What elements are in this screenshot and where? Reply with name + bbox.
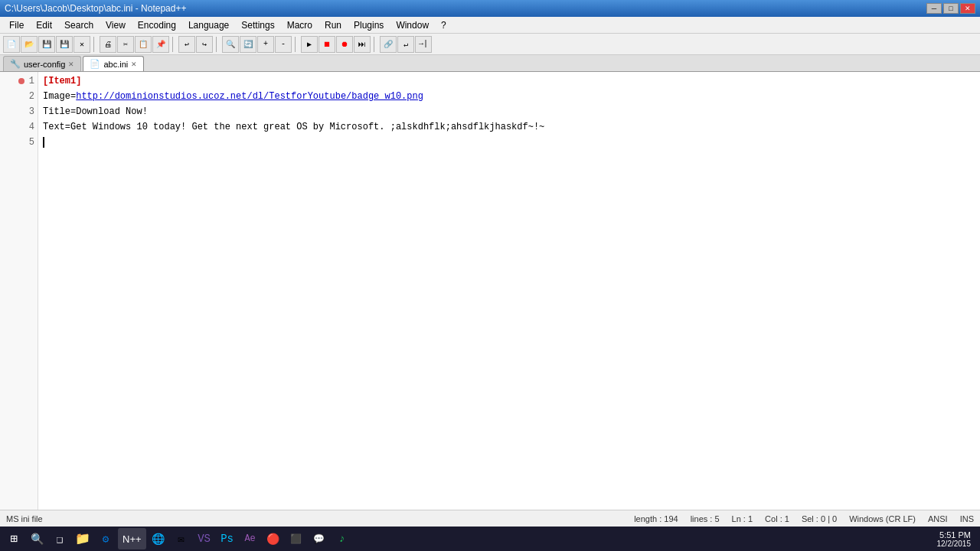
tab-close-user-config[interactable]: ✕ [68, 60, 74, 68]
menu-item-language[interactable]: Language [182, 18, 235, 32]
value-text: Get Windows 10 today! Get the next great… [70, 122, 544, 132]
ln-label: Ln : 1 [732, 514, 753, 523]
value-title: Download Now! [76, 106, 148, 117]
file-type-label: MS ini file [6, 514, 43, 523]
save-all-button[interactable]: 💾 [56, 36, 73, 53]
line-marker-1 [18, 78, 24, 84]
tab-abc-ini[interactable]: 📄 abc.ini ✕ [83, 56, 144, 71]
settings-app[interactable]: ⚙ [95, 528, 116, 549]
mail-app[interactable]: ✉ [171, 528, 192, 549]
length-label: length : 194 [634, 514, 678, 523]
window-buttons: ─ □ ✕ [926, 3, 975, 14]
lines-label: lines : 5 [691, 514, 720, 523]
code-line-4: Text=Get Windows 10 today! Get the next … [43, 119, 975, 135]
code-line-2: Image=http://dominionstudios.ucoz.net/dl… [43, 89, 975, 104]
bracket-close: ] [76, 76, 81, 86]
sync-button[interactable]: 🔗 [380, 36, 397, 53]
col-label: Col : 1 [765, 514, 789, 523]
statusbar-left: MS ini file [6, 514, 43, 523]
cut-button[interactable]: ✂ [117, 36, 134, 53]
menu-item-search[interactable]: Search [58, 18, 100, 32]
browser-app[interactable]: 🌐 [148, 528, 169, 549]
line-num-label-5: 5 [29, 135, 34, 150]
vs-app[interactable]: VS [194, 528, 215, 549]
close-button2[interactable]: ✕ [74, 36, 90, 53]
tabbar: 🔧 user-config ✕ 📄 abc.ini ✕ [0, 55, 980, 72]
menubar: FileEditSearchViewEncodingLanguageSettin… [0, 17, 980, 34]
line-num-2: 2 [3, 89, 34, 104]
menu-item-encoding[interactable]: Encoding [132, 18, 182, 32]
line-num-label-3: 3 [29, 104, 34, 119]
taskbar: ⊞ 🔍 ❑ 📁 ⚙ N++ 🌐 ✉ VS Ps Ae 🔴 ⬛ 💬 ♪ 5:51 … [0, 527, 980, 551]
toolbar-sep-4 [295, 37, 298, 52]
print-button[interactable]: 🖨 [100, 36, 116, 53]
line-num-label-2: 2 [29, 89, 34, 104]
ae-app[interactable]: Ae [240, 528, 261, 549]
copy-button[interactable]: 📋 [135, 36, 152, 53]
menu-item-view[interactable]: View [100, 18, 132, 32]
paste-button[interactable]: 📌 [152, 36, 169, 53]
menu-item-plugins[interactable]: Plugins [348, 18, 390, 32]
task-view-button[interactable]: ❑ [49, 528, 70, 549]
key-title: Title= [43, 106, 76, 117]
indent-button[interactable]: →| [415, 36, 432, 53]
explorer-app[interactable]: 📁 [72, 528, 93, 549]
chrome-app[interactable]: 🔴 [263, 528, 284, 549]
macro-button[interactable]: ⏭ [354, 36, 371, 53]
taskbar-time: 5:51 PM 12/2/2015 [937, 530, 978, 548]
code-line-5 [43, 135, 975, 150]
zoom-out-button[interactable]: - [275, 36, 292, 53]
key-text: Text= [43, 122, 70, 132]
line-num-3: 3 [3, 104, 34, 119]
cursor-placeholder [43, 137, 50, 148]
spotify-app[interactable]: ♪ [332, 528, 353, 549]
menu-item-settings[interactable]: Settings [235, 18, 280, 32]
tab-user-config[interactable]: 🔧 user-config ✕ [3, 56, 81, 71]
tab-close-abc-ini[interactable]: ✕ [131, 60, 137, 68]
search-taskbar-button[interactable]: 🔍 [26, 528, 47, 549]
ins-label: INS [960, 514, 974, 523]
undo-button[interactable]: ↩ [178, 36, 195, 53]
redo-button[interactable]: ↪ [196, 36, 213, 53]
key-image: Image= [43, 91, 76, 102]
find-button[interactable]: 🔍 [222, 36, 239, 53]
menu-item-edit[interactable]: Edit [30, 18, 58, 32]
code-line-3: Title=Download Now! [43, 104, 975, 119]
discord-app[interactable]: 💬 [309, 528, 330, 549]
date-label: 12/2/2015 [937, 540, 972, 548]
maximize-button[interactable]: □ [943, 3, 959, 14]
item-label: Item1 [48, 76, 76, 86]
menu-item-?[interactable]: ? [435, 18, 452, 32]
open-button[interactable]: 📂 [21, 36, 38, 53]
wrap-button[interactable]: ↵ [397, 36, 414, 53]
start-button[interactable]: ⊞ [3, 528, 24, 549]
tab-icon-user-config: 🔧 [10, 59, 21, 69]
sel-label: Sel : 0 | 0 [802, 514, 837, 523]
close-button[interactable]: ✕ [960, 3, 975, 14]
code-area[interactable]: [Item1] Image=http://dominionstudios.uco… [38, 72, 980, 534]
record-button[interactable]: ⏺ [336, 36, 353, 53]
minimize-button[interactable]: ─ [926, 3, 942, 14]
stop-button[interactable]: ⏹ [318, 36, 335, 53]
save-button[interactable]: 💾 [38, 36, 55, 53]
menu-item-macro[interactable]: Macro [281, 18, 318, 32]
tab-icon-abc-ini: 📄 [90, 59, 100, 69]
ps-app[interactable]: Ps [217, 528, 238, 549]
line-ending-label: Windows (CR LF) [849, 514, 916, 523]
toolbar-sep-5 [374, 37, 377, 52]
menu-item-window[interactable]: Window [390, 18, 435, 32]
line-num-5: 5 [3, 135, 34, 150]
run-button[interactable]: ▶ [301, 36, 318, 53]
line-num-1: 1 [3, 73, 34, 89]
toolbar-sep-2 [172, 37, 175, 52]
notepad-app[interactable]: N++ [118, 528, 146, 549]
new-button[interactable]: 📄 [3, 36, 20, 53]
tab-label-user-config: user-config [24, 60, 65, 69]
terminal-app[interactable]: ⬛ [286, 528, 307, 549]
menu-item-file[interactable]: File [3, 18, 30, 32]
zoom-in-button[interactable]: + [257, 36, 274, 53]
replace-button[interactable]: 🔄 [240, 36, 256, 53]
line-numbers: 1 2 3 4 5 [0, 72, 38, 534]
line-num-label-4: 4 [29, 119, 34, 135]
menu-item-run[interactable]: Run [318, 18, 348, 32]
